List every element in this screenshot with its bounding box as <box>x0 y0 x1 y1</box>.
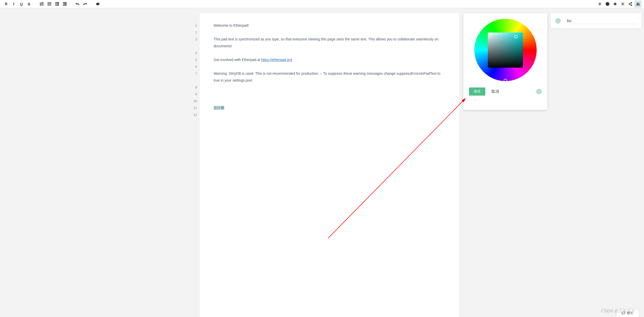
sv-handle[interactable] <box>514 35 518 38</box>
settings-button[interactable] <box>619 1 626 8</box>
user-panel <box>551 13 641 28</box>
svg-marker-24 <box>613 2 617 5</box>
svg-rect-20 <box>64 4 66 4</box>
svg-point-6 <box>48 2 48 3</box>
line-number-blank <box>189 43 197 50</box>
editor-line[interactable]: Get involved with Etherpad at https://et… <box>214 56 445 63</box>
svg-text:3: 3 <box>40 5 41 6</box>
selected-color-swatch <box>536 89 542 94</box>
bold-button[interactable]: B <box>3 1 10 8</box>
line-number: 7 <box>189 70 197 77</box>
import-export-button[interactable] <box>596 1 603 8</box>
svg-marker-18 <box>63 3 64 5</box>
svg-point-31 <box>637 3 638 4</box>
svg-rect-3 <box>41 4 43 4</box>
svg-point-10 <box>48 5 48 6</box>
line-number: 11 <box>189 104 197 111</box>
editor-line[interactable]: Welcome to Etherpad! <box>214 22 445 29</box>
svg-rect-21 <box>63 5 67 5</box>
editor-line[interactable] <box>214 50 445 56</box>
user-color-swatch[interactable] <box>555 18 561 24</box>
star-button[interactable] <box>611 1 619 8</box>
redo-button[interactable] <box>81 1 89 8</box>
line-number: 2 <box>189 29 197 36</box>
svg-point-8 <box>48 4 48 4</box>
highlighted-text[interactable]: 云计算 <box>214 106 224 110</box>
svg-rect-17 <box>63 2 67 3</box>
editor-line[interactable]: 云计算 <box>214 104 445 111</box>
line-number: 12 <box>189 111 197 118</box>
user-name-input[interactable] <box>566 18 637 24</box>
line-number: 8 <box>189 84 197 91</box>
line-number: 4 <box>189 50 197 56</box>
line-number: 6 <box>189 63 197 70</box>
color-picker-popup: 保存 取消 <box>463 13 547 110</box>
outdent-button[interactable] <box>53 1 61 8</box>
indent-button[interactable] <box>61 1 68 8</box>
editor-area[interactable]: Welcome to Etherpad! This pad text is sy… <box>200 13 459 317</box>
line-number-blank <box>189 77 197 84</box>
toolbar-left: B I U S 123 <box>3 1 101 8</box>
svg-rect-15 <box>56 4 59 4</box>
line-number: 5 <box>189 56 197 63</box>
svg-rect-1 <box>41 3 43 3</box>
svg-point-25 <box>622 3 623 5</box>
underline-button[interactable]: U <box>18 1 25 8</box>
svg-rect-7 <box>49 3 51 3</box>
timeslider-button[interactable] <box>604 1 611 8</box>
editor-line[interactable]: Warning: DirtyDB is used. This is not re… <box>214 70 445 84</box>
share-button[interactable] <box>627 1 634 8</box>
editor-line[interactable] <box>214 91 445 98</box>
svg-line-30 <box>630 4 631 5</box>
etherpad-link[interactable]: https://etherpad.org <box>261 58 292 62</box>
svg-rect-19 <box>64 3 66 4</box>
svg-rect-16 <box>55 5 59 5</box>
toolbar: B I U S 123 <box>0 0 644 8</box>
editor-line[interactable] <box>214 111 445 118</box>
hue-wheel[interactable] <box>474 19 537 81</box>
saturation-value-box[interactable] <box>488 33 523 68</box>
svg-point-28 <box>631 5 632 6</box>
undo-button[interactable] <box>74 1 81 8</box>
ordered-list-button[interactable]: 123 <box>38 1 45 8</box>
color-cancel-button[interactable]: 取消 <box>490 89 501 94</box>
editor-text: Get involved with Etherpad at <box>214 58 261 62</box>
toolbar-right <box>596 1 641 8</box>
svg-point-27 <box>631 2 632 3</box>
svg-rect-9 <box>49 4 51 4</box>
svg-rect-11 <box>49 5 51 5</box>
color-save-button[interactable]: 保存 <box>469 87 485 96</box>
unordered-list-button[interactable] <box>46 1 53 8</box>
italic-button[interactable]: I <box>10 1 17 8</box>
svg-point-32 <box>638 3 639 4</box>
svg-rect-14 <box>56 3 59 4</box>
svg-rect-12 <box>55 2 59 3</box>
page-body: 1 2 3 4 5 6 7 8 9 10 11 12 Welcome to Et… <box>0 8 644 317</box>
editor-line[interactable] <box>214 29 445 36</box>
users-button[interactable] <box>634 1 641 8</box>
editor-line[interactable] <box>214 84 445 91</box>
watermark-text: CSDN @万有引力 <box>601 309 635 314</box>
editor-line[interactable] <box>214 63 445 70</box>
line-number: 1 <box>189 22 197 29</box>
editor-line[interactable] <box>214 98 445 104</box>
editor-line[interactable]: This pad text is synchronized as you typ… <box>214 36 445 50</box>
clear-authorship-button[interactable] <box>94 1 101 8</box>
line-number: 3 <box>189 36 197 43</box>
line-number-gutter: 1 2 3 4 5 6 7 8 9 10 11 12 <box>189 22 197 118</box>
svg-marker-13 <box>55 3 56 5</box>
editor-column: 1 2 3 4 5 6 7 8 9 10 11 12 Welcome to Et… <box>200 13 459 317</box>
color-popup-actions: 保存 取消 <box>469 87 542 96</box>
svg-point-26 <box>629 4 630 5</box>
line-number: 9 <box>189 91 197 98</box>
line-number: 10 <box>189 98 197 104</box>
svg-rect-5 <box>41 5 43 5</box>
strikethrough-button[interactable]: S <box>25 1 33 8</box>
hue-handle[interactable] <box>504 79 507 82</box>
svg-line-29 <box>630 3 631 4</box>
